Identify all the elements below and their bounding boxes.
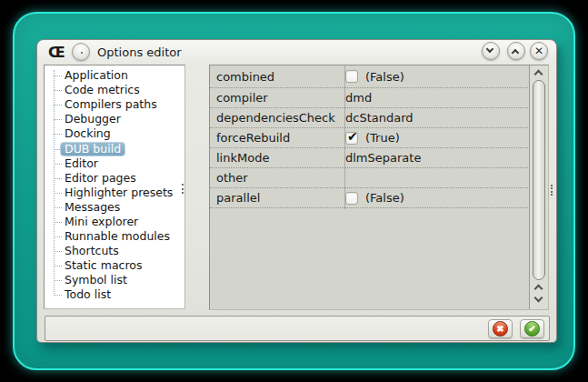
ok-button[interactable]: ✔ — [520, 319, 544, 338]
titlebar[interactable]: Œ Options editor ✕ — [37, 40, 556, 65]
property-value[interactable]: dmd — [338, 91, 530, 105]
property-row-other[interactable]: other — [210, 168, 530, 188]
sidebar-item-compilers-paths[interactable]: Compilers paths — [45, 97, 184, 112]
property-row-compiler[interactable]: compilerdmd — [210, 88, 530, 108]
ok-check-icon: ✔ — [524, 321, 540, 337]
sidebar-item-label: Symbol list — [65, 274, 127, 286]
sidebar-item-shortcuts[interactable]: Shortcuts — [45, 244, 184, 258]
property-name: combined — [210, 70, 338, 84]
tree-branch-icon — [54, 105, 62, 106]
splitter-handle[interactable] — [181, 65, 206, 309]
desktop-background: Œ Options editor ✕ ApplicationCode metri… — [13, 12, 575, 370]
splitter-grip-icon — [182, 184, 184, 194]
property-value[interactable]: dcStandard — [338, 111, 530, 125]
footer-bar: ✖ ✔ — [45, 316, 550, 341]
sidebar-item-label: Debugger — [65, 113, 121, 126]
tree-branch-icon — [54, 149, 62, 150]
vertical-scrollbar[interactable] — [529, 65, 548, 309]
property-name: forceRebuild — [210, 131, 338, 145]
sidebar-item-symbol-list[interactable]: Symbol list — [45, 273, 184, 287]
sidebar-item-label: Messages — [65, 201, 120, 214]
chevron-down-icon — [534, 294, 543, 303]
scrollbar-thumb[interactable] — [533, 80, 545, 280]
checkbox-combined[interactable] — [345, 70, 358, 83]
sidebar-item-docking[interactable]: Docking — [45, 126, 184, 141]
chevron-up-icon — [534, 70, 543, 79]
checkmark-icon: ✔ — [347, 129, 358, 144]
property-value[interactable]: (False) — [338, 70, 530, 84]
chevron-up-icon — [534, 285, 543, 294]
sidebar-item-mini-explorer[interactable]: Mini explorer — [45, 215, 184, 229]
maximize-button[interactable] — [507, 42, 525, 60]
scroll-up-button[interactable] — [530, 67, 548, 78]
property-row-parallel[interactable]: parallel(False) — [210, 188, 530, 208]
tree-branch-icon — [54, 222, 62, 223]
sidebar-item-dub-build[interactable]: DUB build — [45, 141, 184, 156]
sidebar-item-label: Mini explorer — [65, 216, 138, 228]
text-value-label: dcStandard — [345, 111, 414, 125]
text-value-label: dmd — [345, 91, 372, 105]
app-logo-icon: Œ — [48, 44, 65, 61]
sidebar-item-label: Docking — [65, 127, 111, 140]
tree-branch-icon — [54, 90, 62, 91]
tree-branch-icon — [54, 193, 62, 194]
cancel-cross-icon: ✖ — [493, 321, 508, 337]
sidebar-item-messages[interactable]: Messages — [45, 200, 184, 215]
property-name: parallel — [210, 191, 338, 205]
sidebar-item-label: Shortcuts — [65, 245, 119, 257]
tree-branch-icon — [54, 295, 62, 296]
sidebar-item-label: Application — [65, 69, 128, 82]
tree-branch-icon — [54, 251, 62, 252]
sidebar-item-todo-list[interactable]: Todo list — [45, 287, 184, 302]
tree-branch-icon — [54, 178, 62, 179]
text-value-label: dlmSeparate — [345, 151, 421, 165]
minimize-button[interactable] — [482, 42, 500, 60]
checkbox-parallel[interactable] — [345, 192, 358, 205]
bool-value-label: (True) — [365, 131, 400, 145]
category-tree: ApplicationCode metricsCompilers pathsDe… — [44, 65, 185, 309]
sidebar-item-label: Editor — [65, 157, 98, 170]
sidebar-item-editor[interactable]: Editor — [45, 156, 184, 171]
sidebar-item-application[interactable]: Application — [45, 68, 184, 83]
sidebar-item-label: Highlighter presets — [65, 186, 173, 199]
scroll-down-button[interactable] — [530, 295, 548, 306]
property-grid: combined(False)compilerdmddependenciesCh… — [209, 65, 549, 310]
close-button[interactable]: ✕ — [530, 42, 548, 60]
window-edge-grip[interactable] — [551, 185, 553, 196]
tree-branch-icon — [54, 280, 62, 281]
checkbox-forceRebuild[interactable]: ✔ — [345, 132, 358, 145]
window-menu-button[interactable] — [72, 43, 90, 61]
sidebar-item-label: Static macros — [65, 259, 142, 272]
tree-branch-icon — [54, 266, 62, 266]
property-row-linkMode[interactable]: linkModedlmSeparate — [210, 148, 530, 168]
cancel-button[interactable]: ✖ — [488, 319, 513, 338]
sidebar-item-debugger[interactable]: Debugger — [45, 112, 184, 126]
chevron-up-icon — [512, 49, 519, 56]
sidebar-item-static-macros[interactable]: Static macros — [45, 258, 184, 273]
property-name: dependenciesCheck — [210, 111, 338, 125]
sidebar-item-highlighter-presets[interactable]: Highlighter presets — [45, 186, 184, 200]
sidebar-item-editor-pages[interactable]: Editor pages — [45, 171, 184, 186]
property-row-forceRebuild[interactable]: forceRebuild✔(True) — [210, 128, 530, 148]
sidebar-item-code-metrics[interactable]: Code metrics — [45, 83, 184, 97]
property-value[interactable]: (False) — [338, 191, 530, 205]
sidebar-item-label: Runnable modules — [65, 230, 170, 243]
tree-branch-icon — [54, 134, 62, 135]
property-row-combined[interactable]: combined(False) — [210, 65, 530, 88]
window-title: Options editor — [97, 45, 182, 59]
column-divider[interactable] — [344, 65, 345, 209]
scroll-up-button-bottom[interactable] — [530, 282, 548, 293]
sidebar-item-runnable-modules[interactable]: Runnable modules — [45, 229, 184, 244]
chevron-down-icon — [486, 45, 493, 53]
sidebar-item-label: Editor pages — [65, 172, 136, 185]
property-row-dependenciesCheck[interactable]: dependenciesCheckdcStandard — [210, 108, 530, 128]
tree-branch-icon — [54, 119, 62, 120]
property-rows: combined(False)compilerdmddependenciesCh… — [210, 65, 530, 208]
menu-dot-icon — [81, 52, 83, 54]
tree-branch-icon — [54, 75, 62, 76]
property-value[interactable]: ✔(True) — [338, 131, 530, 145]
property-name: compiler — [210, 91, 338, 105]
property-value[interactable]: dlmSeparate — [338, 151, 530, 165]
sidebar-item-label: DUB build — [60, 142, 125, 156]
tree-branch-icon — [54, 236, 62, 237]
